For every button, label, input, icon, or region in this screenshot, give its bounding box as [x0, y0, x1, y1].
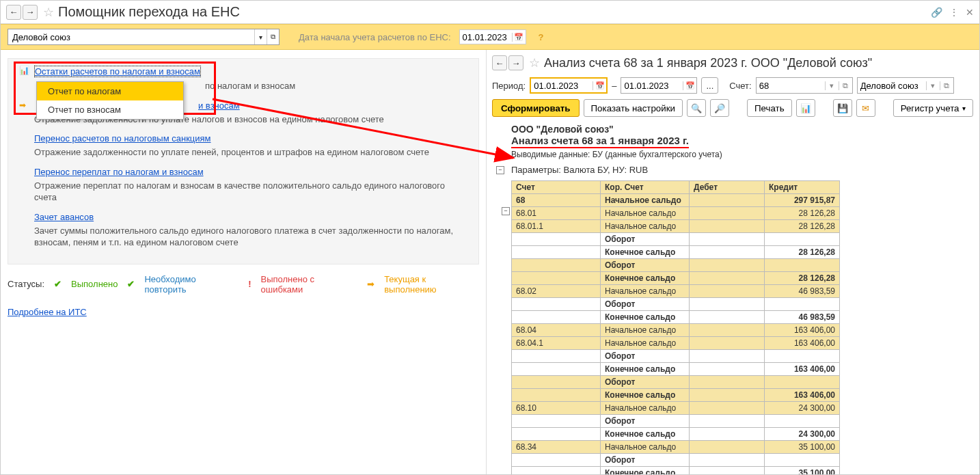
arrow-icon: ➡	[367, 279, 375, 289]
collapse-button[interactable]: −	[496, 166, 504, 174]
org-open-button[interactable]: ⧉	[267, 29, 279, 44]
sanctions-link[interactable]: Перенос расчетов по налоговым санкциям	[34, 133, 211, 144]
advance-link[interactable]: Зачет авансов	[34, 212, 94, 222]
org-dropdown-button[interactable]: ▾	[254, 29, 267, 44]
org-input[interactable]	[8, 29, 254, 44]
save-icon[interactable]: 💾	[833, 99, 852, 117]
error-icon: !	[248, 279, 251, 289]
start-date-input[interactable]	[460, 31, 512, 44]
period-from-input[interactable]	[531, 79, 593, 92]
overpay-desc: Отражение переплат по налогам и взносам …	[34, 180, 467, 204]
open-icon[interactable]: ⧉	[839, 81, 852, 90]
report-subtitle: Выводимые данные: БУ (данные бухгалтерск…	[511, 150, 977, 159]
check-icon: ✔	[54, 279, 62, 289]
account-input[interactable]	[757, 79, 825, 92]
print-button[interactable]: Печать	[747, 99, 792, 117]
link-icon[interactable]: 🔗	[931, 7, 942, 18]
report-title: Анализ счета 68 за 1 января 2023 г. ООО …	[544, 56, 872, 70]
menu-report-taxes[interactable]: Отчет по налогам	[37, 82, 183, 100]
register-button[interactable]: Регистр учета ▾	[893, 99, 973, 117]
dropdown-icon[interactable]: ▾	[825, 81, 839, 90]
settings-button[interactable]: Показать настройки	[584, 99, 683, 117]
nav-back-button[interactable]: ←	[6, 5, 21, 20]
period-to-input[interactable]	[621, 79, 683, 92]
overpay-link[interactable]: Перенос переплат по налогам и взносам	[34, 167, 204, 177]
collapse-button[interactable]: −	[502, 207, 510, 215]
nav-fwd-button[interactable]: →	[23, 5, 38, 20]
period-select-button[interactable]: ...	[701, 77, 718, 94]
more-icon[interactable]: ⋮	[949, 7, 959, 18]
calendar-icon[interactable]: 📅	[512, 33, 526, 42]
report-org-title: ООО "Деловой союз"	[511, 124, 977, 135]
page-title: Помощник перехода на ЕНС	[58, 4, 240, 20]
favorite-icon[interactable]: ☆	[43, 5, 54, 20]
balances-desc: по налогам и взносам	[205, 80, 467, 92]
menu-report-contrib[interactable]: Отчет по взносам	[37, 100, 183, 119]
context-menu: Отчет по налогам Отчет по взносам	[36, 81, 184, 120]
calendar-icon[interactable]: 📅	[683, 81, 696, 90]
report-table: СчетКор. СчетДебетКредит 68Начальное сал…	[511, 180, 840, 475]
report-params: Параметры: Валюта БУ, НУ: RUB	[511, 165, 977, 175]
search-icon[interactable]: 🔍	[687, 99, 706, 117]
help-icon[interactable]: ?	[539, 32, 544, 42]
chart-icon[interactable]: 📊	[796, 99, 815, 117]
open-icon[interactable]: ⧉	[940, 81, 953, 90]
date-label: Дата начала учета расчетов по ЕНС:	[299, 32, 451, 42]
email-icon[interactable]: ✉	[856, 99, 875, 117]
its-link[interactable]: Подробнее на ИТС	[8, 307, 87, 317]
report-nav-back[interactable]: ←	[492, 55, 507, 70]
sanctions-desc: Отражение задолженности по уплате пеней,…	[34, 146, 467, 159]
report-header: Анализ счета 68 за 1 января 2023 г.	[511, 135, 689, 148]
filter-bar: ▾ ⧉ Дата начала учета расчетов по ЕНС: 📅…	[1, 24, 979, 50]
dropdown-icon[interactable]: ▾	[926, 81, 940, 90]
check-icon: ✔	[127, 279, 135, 289]
advance-desc: Зачет суммы положительного сальдо единог…	[34, 225, 467, 249]
generate-button[interactable]: Сформировать	[492, 99, 580, 117]
title-bar: ← → ☆ Помощник перехода на ЕНС 🔗 ⋮ ✕	[1, 1, 979, 24]
calendar-icon[interactable]: 📅	[593, 81, 606, 90]
report-nav-fwd[interactable]: →	[508, 55, 523, 70]
close-icon[interactable]: ✕	[966, 7, 974, 18]
status-legend: Статусы: ✔Выполнено ✔Необходимо повторит…	[8, 274, 479, 295]
report-favorite-icon[interactable]: ☆	[529, 55, 540, 70]
report-org-input[interactable]	[858, 79, 926, 92]
search-next-icon[interactable]: 🔎	[710, 99, 729, 117]
